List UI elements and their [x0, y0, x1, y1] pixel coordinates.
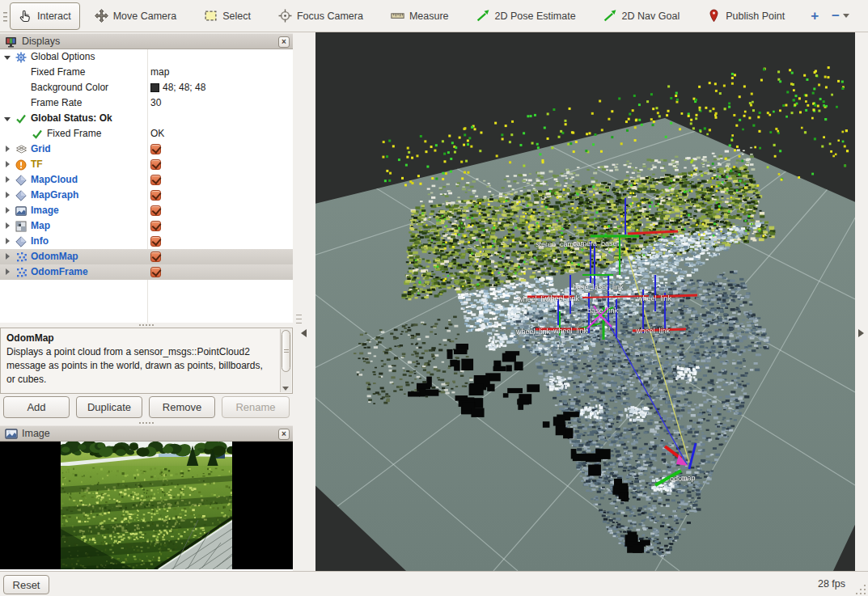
truncated-link[interactable]	[6, 387, 273, 389]
points-icon	[15, 264, 31, 280]
remove-tool-dropdown-icon[interactable]	[843, 14, 849, 18]
3d-viewport[interactable]	[315, 32, 855, 571]
tool-focus-camera[interactable]: Focus Camera	[270, 2, 371, 30]
fps-counter: 28 fps	[818, 578, 845, 590]
expander-closed-icon[interactable]	[0, 157, 15, 172]
tree-row-mapcloud[interactable]: MapCloud	[0, 172, 293, 188]
tool-move-camera[interactable]: Move Camera	[87, 2, 185, 30]
visibility-checkbox[interactable]	[150, 205, 161, 216]
expander-spacer	[0, 65, 15, 80]
tree-row-fixed-frame-status[interactable]: Fixed FrameOK	[0, 126, 293, 142]
left-panel-column: Displays × Global OptionsFixed FramemapB…	[0, 33, 293, 571]
tree-row-value[interactable]: OK	[150, 126, 164, 142]
tree-row-label: Fixed Frame	[47, 126, 101, 142]
diamond-icon	[15, 172, 31, 188]
image-panel-header: Image ×	[0, 425, 293, 442]
scrollbar-down-arrow-icon[interactable]	[282, 387, 289, 391]
tree-row-label: OdomMap	[31, 249, 78, 264]
tree-row-odommap[interactable]: OdomMap	[0, 249, 293, 264]
expander-open-icon[interactable]	[0, 111, 15, 126]
expander-closed-icon[interactable]	[0, 264, 15, 280]
tree-row-value[interactable]: map	[150, 65, 169, 80]
camera-image-canvas	[0, 442, 293, 569]
remove-button[interactable]: Remove	[149, 396, 215, 418]
tool-nav-goal[interactable]: 2D Nav Goal	[595, 2, 688, 30]
tree-row-map[interactable]: Map	[0, 218, 293, 234]
tree-row-info[interactable]: Info	[0, 234, 293, 249]
visibility-checkbox[interactable]	[150, 267, 161, 277]
add-button[interactable]: Add	[3, 396, 70, 418]
status-bar: Reset 28 fps	[0, 571, 868, 596]
toolbar-drag-handle[interactable]	[2, 7, 10, 25]
tree-row-fixed-frame[interactable]: Fixed Framemap	[0, 65, 293, 80]
vertical-splitter[interactable]	[294, 33, 315, 571]
display-description-box: OdomMap Displays a point cloud from a se…	[0, 328, 293, 394]
toolbar: InteractMove CameraSelectFocus CameraMea…	[0, 0, 868, 32]
tree-row-image[interactable]: Image	[0, 203, 293, 218]
map-icon	[15, 218, 31, 234]
expander-closed-icon[interactable]	[0, 249, 15, 264]
scrollbar-thumb[interactable]	[282, 330, 290, 372]
tool-pose-estimate[interactable]: 2D Pose Estimate	[468, 2, 584, 30]
tree-row-label: Frame Rate	[31, 95, 82, 111]
description-scrollbar[interactable]	[280, 329, 291, 392]
value-text: 30	[150, 95, 161, 111]
collapse-right-arrow-icon[interactable]	[858, 329, 864, 337]
tool-publish-point[interactable]: Publish Point	[699, 2, 793, 30]
tree-row-value[interactable]: 30	[150, 95, 161, 111]
displays-close-button[interactable]: ×	[278, 36, 290, 48]
description-title: OdomMap	[6, 332, 54, 344]
tree-row-background-color[interactable]: Background Color48; 48; 48	[0, 80, 293, 95]
tool-label: Focus Camera	[297, 11, 363, 22]
reset-button[interactable]: Reset	[3, 575, 49, 594]
tree-row-global-options[interactable]: Global Options	[0, 49, 293, 65]
image-panel-title: Image	[22, 428, 50, 439]
value-text: OK	[150, 126, 164, 142]
expander-spacer	[0, 126, 15, 142]
tool-select[interactable]: Select	[196, 2, 259, 30]
visibility-checkbox[interactable]	[150, 175, 161, 185]
expander-closed-icon[interactable]	[0, 188, 15, 203]
image-close-button[interactable]: ×	[278, 429, 290, 440]
tree-row-global-status[interactable]: Global Status: Ok	[0, 111, 293, 126]
focus-icon	[278, 9, 292, 23]
tool-interact[interactable]: Interact	[10, 2, 80, 30]
rename-button[interactable]: Rename	[222, 396, 290, 418]
expander-closed-icon[interactable]	[0, 172, 15, 188]
visibility-checkbox[interactable]	[150, 190, 161, 201]
3d-viewport-canvas[interactable]	[315, 32, 855, 571]
displays-action-buttons: Add Duplicate Remove Rename	[0, 394, 293, 421]
visibility-checkbox[interactable]	[150, 221, 161, 231]
visibility-checkbox[interactable]	[150, 144, 161, 154]
duplicate-button[interactable]: Duplicate	[76, 396, 142, 418]
visibility-checkbox[interactable]	[150, 159, 161, 170]
expander-closed-icon[interactable]	[0, 234, 15, 249]
tree-row-value[interactable]: 48; 48; 48	[150, 80, 205, 95]
visibility-checkbox[interactable]	[150, 236, 161, 247]
expander-closed-icon[interactable]	[0, 203, 15, 218]
visibility-checkbox[interactable]	[150, 252, 161, 262]
add-tool-button[interactable]: +	[804, 2, 825, 30]
tree-row-frame-rate[interactable]: Frame Rate30	[0, 95, 293, 111]
splitter-grip[interactable]	[296, 315, 302, 326]
value-text: map	[150, 65, 169, 80]
expander-spacer	[0, 80, 15, 95]
points-icon	[15, 249, 31, 264]
displays-tree: Global OptionsFixed FramemapBackground C…	[0, 49, 293, 323]
displays-panel-title: Displays	[22, 36, 60, 47]
expander-closed-icon[interactable]	[0, 218, 15, 234]
resize-grip[interactable]	[856, 584, 866, 594]
tool-measure[interactable]: Measure	[383, 2, 457, 30]
tree-row-tf[interactable]: TF	[0, 157, 293, 172]
collapse-left-arrow-icon[interactable]	[301, 329, 307, 337]
tree-row-odomframe[interactable]: OdomFrame	[0, 264, 293, 280]
expander-closed-icon[interactable]	[0, 142, 15, 157]
tree-row-label: MapGraph	[31, 188, 78, 203]
tree-row-mapgraph[interactable]: MapGraph	[0, 188, 293, 203]
description-body: Displays a point cloud from a sensor_msg…	[6, 346, 263, 385]
select-icon	[204, 9, 218, 23]
remove-tool-button[interactable]: −	[825, 2, 841, 30]
tree-row-grid[interactable]: Grid	[0, 142, 293, 157]
expander-open-icon[interactable]	[0, 49, 15, 65]
move-icon	[95, 9, 108, 23]
